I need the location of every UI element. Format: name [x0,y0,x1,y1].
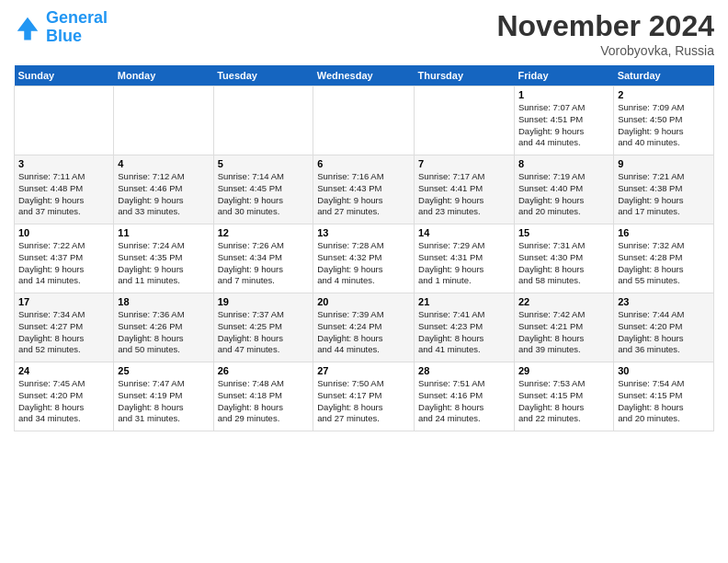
day-info: Sunrise: 7:47 AMSunset: 4:19 PMDaylight:… [118,378,209,425]
calendar-week-row: 10Sunrise: 7:22 AMSunset: 4:37 PMDayligh… [15,224,714,293]
day-number: 9 [618,158,710,169]
table-row: 12Sunrise: 7:26 AMSunset: 4:34 PMDayligh… [213,224,313,293]
day-number: 23 [618,296,710,307]
day-info: Sunrise: 7:53 AMSunset: 4:15 PMDaylight:… [518,378,609,425]
table-row: 29Sunrise: 7:53 AMSunset: 4:15 PMDayligh… [515,362,614,431]
day-number: 7 [418,158,510,169]
table-row: 27Sunrise: 7:50 AMSunset: 4:17 PMDayligh… [313,362,415,431]
day-number: 15 [518,227,609,238]
day-number: 27 [317,365,410,376]
day-info: Sunrise: 7:50 AMSunset: 4:17 PMDaylight:… [317,378,410,425]
page: General Blue November 2024 Vorobyovka, R… [0,0,728,563]
day-number: 18 [118,296,209,307]
day-info: Sunrise: 7:34 AMSunset: 4:27 PMDaylight:… [18,309,109,356]
day-info: Sunrise: 7:54 AMSunset: 4:15 PMDaylight:… [618,378,710,425]
day-number: 6 [317,158,410,169]
day-info: Sunrise: 7:22 AMSunset: 4:37 PMDaylight:… [18,240,109,287]
day-info: Sunrise: 7:19 AMSunset: 4:40 PMDaylight:… [518,171,609,218]
table-row: 20Sunrise: 7:39 AMSunset: 4:24 PMDayligh… [313,293,415,362]
day-info: Sunrise: 7:09 AMSunset: 4:50 PMDaylight:… [618,102,710,149]
day-info: Sunrise: 7:26 AMSunset: 4:34 PMDaylight:… [218,240,310,287]
calendar: Sunday Monday Tuesday Wednesday Thursday… [14,65,714,431]
day-info: Sunrise: 7:17 AMSunset: 4:41 PMDaylight:… [418,171,510,218]
table-row: 17Sunrise: 7:34 AMSunset: 4:27 PMDayligh… [15,293,114,362]
calendar-week-row: 1Sunrise: 7:07 AMSunset: 4:51 PMDaylight… [15,86,714,155]
table-row: 25Sunrise: 7:47 AMSunset: 4:19 PMDayligh… [114,362,213,431]
table-row: 18Sunrise: 7:36 AMSunset: 4:26 PMDayligh… [114,293,213,362]
logo: General Blue [14,9,108,46]
day-info: Sunrise: 7:14 AMSunset: 4:45 PMDaylight:… [218,171,310,218]
day-info: Sunrise: 7:31 AMSunset: 4:30 PMDaylight:… [518,240,609,287]
col-sunday: Sunday [15,65,114,86]
table-row [415,86,515,155]
logo-icon [14,14,41,41]
day-info: Sunrise: 7:41 AMSunset: 4:23 PMDaylight:… [418,309,510,356]
month-title: November 2024 [496,9,714,43]
day-number: 24 [18,365,109,376]
day-info: Sunrise: 7:21 AMSunset: 4:38 PMDaylight:… [618,171,710,218]
table-row: 7Sunrise: 7:17 AMSunset: 4:41 PMDaylight… [415,155,515,224]
day-number: 26 [218,365,310,376]
day-info: Sunrise: 7:44 AMSunset: 4:20 PMDaylight:… [618,309,710,356]
day-number: 21 [418,296,510,307]
day-number: 2 [618,89,710,100]
day-number: 28 [418,365,510,376]
table-row: 30Sunrise: 7:54 AMSunset: 4:15 PMDayligh… [614,362,714,431]
day-info: Sunrise: 7:48 AMSunset: 4:18 PMDaylight:… [218,378,310,425]
day-number: 19 [218,296,310,307]
table-row: 16Sunrise: 7:32 AMSunset: 4:28 PMDayligh… [614,224,714,293]
table-row: 1Sunrise: 7:07 AMSunset: 4:51 PMDaylight… [515,86,614,155]
table-row: 28Sunrise: 7:51 AMSunset: 4:16 PMDayligh… [415,362,515,431]
day-info: Sunrise: 7:32 AMSunset: 4:28 PMDaylight:… [618,240,710,287]
logo-line2: Blue [46,28,108,46]
calendar-header-row: Sunday Monday Tuesday Wednesday Thursday… [15,65,714,86]
col-thursday: Thursday [415,65,515,86]
day-info: Sunrise: 7:36 AMSunset: 4:26 PMDaylight:… [118,309,209,356]
table-row [213,86,313,155]
day-info: Sunrise: 7:24 AMSunset: 4:35 PMDaylight:… [118,240,209,287]
day-number: 10 [18,227,109,238]
day-number: 12 [218,227,310,238]
table-row [15,86,114,155]
table-row: 24Sunrise: 7:45 AMSunset: 4:20 PMDayligh… [15,362,114,431]
day-number: 20 [317,296,410,307]
day-number: 11 [118,227,209,238]
table-row: 22Sunrise: 7:42 AMSunset: 4:21 PMDayligh… [515,293,614,362]
day-number: 5 [218,158,310,169]
day-info: Sunrise: 7:16 AMSunset: 4:43 PMDaylight:… [317,171,410,218]
table-row [313,86,415,155]
col-monday: Monday [114,65,213,86]
table-row: 23Sunrise: 7:44 AMSunset: 4:20 PMDayligh… [614,293,714,362]
col-saturday: Saturday [614,65,714,86]
day-number: 14 [418,227,510,238]
day-number: 25 [118,365,209,376]
logo-line1: General [46,8,108,27]
day-info: Sunrise: 7:07 AMSunset: 4:51 PMDaylight:… [518,102,609,149]
day-number: 1 [518,89,609,100]
calendar-week-row: 3Sunrise: 7:11 AMSunset: 4:48 PMDaylight… [15,155,714,224]
day-number: 29 [518,365,609,376]
day-number: 17 [18,296,109,307]
table-row: 15Sunrise: 7:31 AMSunset: 4:30 PMDayligh… [515,224,614,293]
table-row: 13Sunrise: 7:28 AMSunset: 4:32 PMDayligh… [313,224,415,293]
col-tuesday: Tuesday [213,65,313,86]
table-row: 8Sunrise: 7:19 AMSunset: 4:40 PMDaylight… [515,155,614,224]
day-info: Sunrise: 7:51 AMSunset: 4:16 PMDaylight:… [418,378,510,425]
day-info: Sunrise: 7:45 AMSunset: 4:20 PMDaylight:… [18,378,109,425]
day-number: 16 [618,227,710,238]
table-row: 4Sunrise: 7:12 AMSunset: 4:46 PMDaylight… [114,155,213,224]
table-row: 26Sunrise: 7:48 AMSunset: 4:18 PMDayligh… [213,362,313,431]
day-number: 4 [118,158,209,169]
day-number: 3 [18,158,109,169]
day-info: Sunrise: 7:42 AMSunset: 4:21 PMDaylight:… [518,309,609,356]
day-info: Sunrise: 7:11 AMSunset: 4:48 PMDaylight:… [18,171,109,218]
table-row: 3Sunrise: 7:11 AMSunset: 4:48 PMDaylight… [15,155,114,224]
calendar-week-row: 17Sunrise: 7:34 AMSunset: 4:27 PMDayligh… [15,293,714,362]
day-number: 8 [518,158,609,169]
location: Vorobyovka, Russia [496,43,714,58]
table-row: 6Sunrise: 7:16 AMSunset: 4:43 PMDaylight… [313,155,415,224]
table-row: 2Sunrise: 7:09 AMSunset: 4:50 PMDaylight… [614,86,714,155]
day-number: 13 [317,227,410,238]
day-info: Sunrise: 7:29 AMSunset: 4:31 PMDaylight:… [418,240,510,287]
svg-marker-0 [17,17,39,40]
